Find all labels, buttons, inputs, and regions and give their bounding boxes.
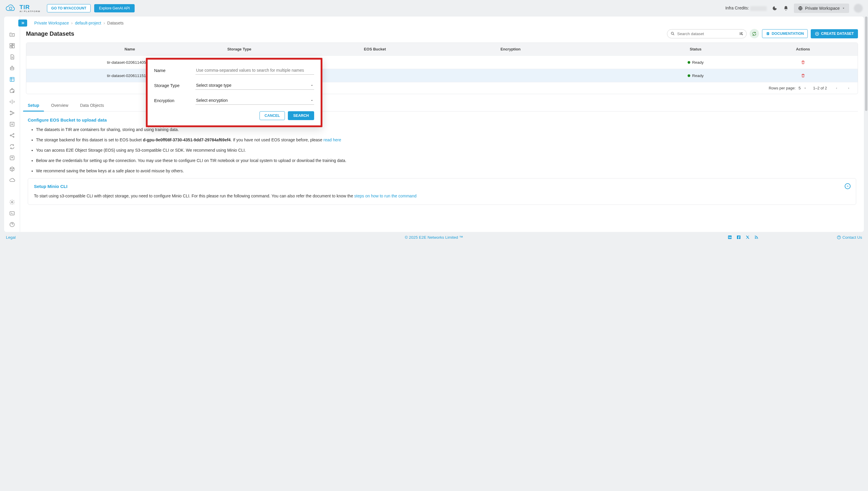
main-area: Private Workspace › default-project › Da… xyxy=(4,17,864,232)
sidebar-infer-icon[interactable] xyxy=(9,98,16,105)
svg-rect-2 xyxy=(10,44,12,46)
svg-point-13 xyxy=(10,114,11,115)
bucket-id: d-gpu-9e0ff08f-3730-4351-9dd7-29784af69e… xyxy=(143,138,231,142)
filter-storage-select[interactable]: Select storage type xyxy=(195,81,314,90)
setup-item: Below are the credentials for setting up… xyxy=(36,157,856,164)
sidebar-doc-icon[interactable] xyxy=(9,54,16,60)
sidebar-share-icon[interactable] xyxy=(9,132,16,139)
sidebar-dashboard-icon[interactable] xyxy=(9,42,16,49)
minio-title: Setup Minio CLI xyxy=(34,184,850,189)
table-header: Name Storage Type EOS Bucket Encryption … xyxy=(26,43,858,55)
sidebar xyxy=(4,17,20,232)
page-title: Manage Datasets xyxy=(26,30,74,37)
infra-credits-value-redacted xyxy=(750,6,767,11)
setup-item: You can access E2E Object Storage (EOS) … xyxy=(36,147,856,153)
sidebar-help-icon[interactable] xyxy=(9,221,16,228)
breadcrumb-project[interactable]: default-project xyxy=(75,21,101,25)
sidebar-grid-plus-icon[interactable] xyxy=(9,121,16,127)
minio-body: To start using s3-compatible CLI with ob… xyxy=(34,193,850,199)
linkedin-icon[interactable] xyxy=(727,235,732,239)
collapse-button[interactable] xyxy=(845,183,850,189)
filter-popover: Name Storage Type Select storage type En… xyxy=(146,58,323,127)
scrollbar[interactable] xyxy=(865,17,867,111)
minio-steps-link[interactable]: steps on how to run the command xyxy=(354,194,417,198)
create-dataset-button[interactable]: CREATE DATASET xyxy=(811,29,858,38)
page-head: Manage Datasets DOCUMENTATION CREATE DAT… xyxy=(26,29,858,38)
documentation-button[interactable]: DOCUMENTATION xyxy=(762,29,808,38)
sidebar-robot-icon[interactable] xyxy=(9,65,16,71)
filter-encryption-select[interactable]: Select encryption xyxy=(195,96,314,105)
filter-name-input[interactable] xyxy=(195,66,314,75)
avatar[interactable] xyxy=(854,4,863,13)
bell-icon[interactable] xyxy=(783,5,789,11)
minio-card: Setup Minio CLI To start using s3-compat… xyxy=(28,178,856,205)
x-icon[interactable] xyxy=(745,235,750,239)
sidebar-sync-icon[interactable] xyxy=(9,143,16,150)
brand-cloud-icon xyxy=(5,4,16,13)
next-page-button[interactable] xyxy=(846,86,852,90)
svg-rect-4 xyxy=(12,46,14,48)
setup-item: The storage backend for this dataset is … xyxy=(36,137,856,143)
svg-rect-9 xyxy=(10,77,14,81)
search-input[interactable] xyxy=(667,29,747,38)
footer: Legal © 2025 E2E Networks Limited ™ Cont… xyxy=(0,232,868,242)
sidebar-cube-icon[interactable] xyxy=(9,166,16,172)
legal-link[interactable]: Legal xyxy=(6,235,16,239)
sidebar-expand-button[interactable] xyxy=(18,20,27,27)
svg-rect-29 xyxy=(767,34,768,34)
tab-data-objects[interactable]: Data Objects xyxy=(78,99,106,111)
sidebar-new-icon[interactable] xyxy=(9,31,16,38)
svg-point-8 xyxy=(12,68,13,69)
chevron-down-icon xyxy=(842,7,845,10)
facebook-icon[interactable] xyxy=(736,235,741,239)
tab-overview[interactable]: Overview xyxy=(49,99,70,111)
chevron-down-icon xyxy=(310,84,313,87)
breadcrumb-current: Datasets xyxy=(107,21,123,25)
read-here-link[interactable]: read here xyxy=(324,138,341,142)
svg-point-7 xyxy=(11,68,11,69)
sidebar-export-icon[interactable] xyxy=(9,154,16,161)
sidebar-cloud-icon[interactable] xyxy=(9,177,16,183)
cell-status: Ready xyxy=(637,74,754,78)
tune-icon[interactable] xyxy=(739,32,743,36)
svg-rect-3 xyxy=(12,44,14,45)
delete-button[interactable] xyxy=(754,60,852,65)
sidebar-pipeline-icon[interactable] xyxy=(9,110,16,116)
prev-page-button[interactable] xyxy=(834,86,839,90)
status-dot-icon xyxy=(688,61,690,64)
refresh-button[interactable] xyxy=(750,29,759,38)
rows-per-page[interactable]: Rows per page: 5 xyxy=(769,86,807,90)
svg-point-16 xyxy=(10,135,11,136)
chevron-down-icon xyxy=(804,87,807,90)
chevron-up-icon xyxy=(846,185,849,187)
filter-search-button[interactable]: SEARCH xyxy=(288,111,314,120)
th-actions: Actions xyxy=(754,47,852,51)
svg-point-24 xyxy=(741,32,743,33)
help-icon xyxy=(837,235,841,239)
delete-button[interactable] xyxy=(754,73,852,78)
svg-point-14 xyxy=(13,112,14,113)
svg-rect-33 xyxy=(729,237,730,238)
th-storage: Storage Type xyxy=(227,47,364,51)
breadcrumb-workspace[interactable]: Private Workspace xyxy=(34,21,69,25)
th-bucket: EOS Bucket xyxy=(364,47,501,51)
rss-icon[interactable] xyxy=(754,235,759,239)
filter-encryption-value: Select encryption xyxy=(196,98,228,103)
filter-cancel-button[interactable]: CANCEL xyxy=(259,111,285,120)
dark-mode-icon[interactable] xyxy=(772,5,778,11)
filter-storage-value: Select storage type xyxy=(196,83,231,88)
sidebar-settings-icon[interactable] xyxy=(9,199,16,205)
go-to-myaccount-button[interactable]: GO TO MYACCOUNT xyxy=(47,4,91,12)
sidebar-terminal-icon[interactable] xyxy=(9,210,16,216)
copyright: © 2025 E2E Networks Limited ™ xyxy=(405,235,463,239)
tab-setup[interactable]: Setup xyxy=(26,99,41,111)
sidebar-datasets-icon[interactable] xyxy=(9,76,16,83)
contact-us-link[interactable]: Contact Us xyxy=(837,235,862,239)
topbar-right: Infra Credits: Private Workspace xyxy=(725,3,863,13)
rpp-value: 5 xyxy=(799,86,801,90)
workspace-dropdown[interactable]: Private Workspace xyxy=(794,3,849,13)
th-status: Status xyxy=(637,47,754,51)
sidebar-briefcase-icon[interactable] xyxy=(9,87,16,94)
th-encryption: Encryption xyxy=(500,47,637,51)
explore-genai-button[interactable]: Explore GenAI API xyxy=(94,4,134,12)
